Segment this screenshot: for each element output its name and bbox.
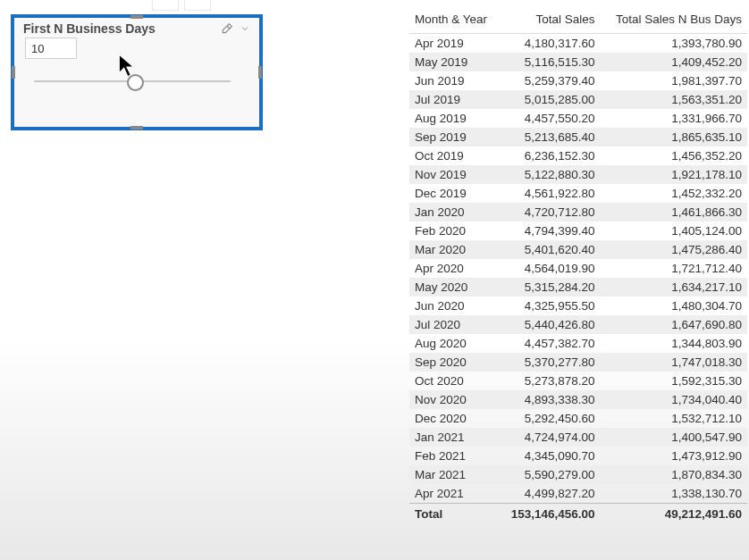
ghost-toolbar-1 [152,0,179,11]
cell-busdays: 1,338,130.70 [601,484,747,504]
slicer-header: First N Business Days [14,18,259,38]
resize-handle-bottom[interactable] [130,126,143,130]
cell-month: Feb 2020 [409,221,499,240]
table-row: Apr 20204,564,019.901,721,712.40 [409,259,747,278]
ghost-toolbar-2 [184,0,211,11]
col-total-sales[interactable]: Total Sales [499,9,601,34]
cell-month: Sep 2020 [409,353,499,372]
cell-busdays: 1,344,803.90 [601,334,747,353]
cell-sales: 5,292,450.60 [499,409,601,428]
table-row: Sep 20205,370,277.801,747,018.30 [409,353,747,372]
cell-month: Jun 2019 [409,71,499,90]
cell-month: Feb 2021 [409,447,499,465]
cell-busdays: 1,475,286.40 [601,240,747,259]
cell-month: Sep 2019 [409,128,499,146]
cell-month: May 2020 [409,278,499,297]
cell-busdays: 1,865,635.10 [601,128,747,146]
resize-handle-top[interactable] [130,15,143,19]
table-row: Aug 20204,457,382.701,344,803.90 [409,334,747,353]
slider-track[interactable] [34,80,231,82]
resize-handle-right[interactable] [258,66,262,79]
cell-month: Aug 2020 [409,334,499,353]
cell-sales: 5,315,284.20 [499,278,601,297]
cell-busdays: 1,747,018.30 [601,353,747,372]
col-bus-days[interactable]: Total Sales N Bus Days [601,9,747,34]
table-row: Sep 20195,213,685.401,865,635.10 [409,128,747,146]
cell-sales: 4,457,382.70 [499,334,601,353]
table-row: Oct 20205,273,878.201,592,315.30 [409,372,747,390]
table-row: May 20205,315,284.201,634,217.10 [409,278,747,297]
cell-busdays: 1,734,040.40 [601,390,747,409]
cell-month: Mar 2020 [409,240,499,259]
col-month[interactable]: Month & Year [409,9,499,34]
table-row: Mar 20205,401,620.401,475,286.40 [409,240,747,259]
cell-sales: 5,440,426.80 [499,315,601,334]
cell-busdays: 1,563,351.20 [601,90,747,109]
table-row: Oct 20196,236,152.301,456,352.20 [409,146,747,165]
cell-busdays: 1,921,178.10 [601,165,747,184]
slider[interactable] [25,80,248,82]
cell-month: May 2019 [409,53,499,71]
cell-month: Jul 2020 [409,315,499,334]
cell-sales: 4,180,317.60 [499,34,601,54]
cell-sales: 4,561,922.80 [499,184,601,203]
table-row: Jul 20195,015,285.001,563,351.20 [409,90,747,109]
table-row: May 20195,116,515.301,409,452.20 [409,53,747,71]
table-row: Feb 20214,345,090.701,473,912.90 [409,447,747,465]
cell-sales: 4,325,955.50 [499,297,601,315]
table-total-row: Total 153,146,456.00 49,212,491.60 [409,504,747,524]
chevron-down-icon[interactable] [238,21,252,36]
cell-busdays: 1,480,304.70 [601,297,747,315]
table-row: Aug 20194,457,550.201,331,966.70 [409,109,747,128]
cell-sales: 5,259,379.40 [499,71,601,90]
total-label: Total [409,504,499,524]
table-row: Apr 20214,499,827.201,338,130.70 [409,484,747,504]
cell-busdays: 1,456,352.20 [601,146,747,165]
cell-busdays: 1,981,397.70 [601,71,747,90]
cell-sales: 5,401,620.40 [499,240,601,259]
cell-busdays: 1,331,966.70 [601,109,747,128]
cell-sales: 4,499,827.20 [499,484,601,504]
table-row: Jan 20214,724,974.001,400,547.90 [409,428,747,447]
cell-sales: 6,236,152.30 [499,146,601,165]
cell-busdays: 1,634,217.10 [601,278,747,297]
table-row: Nov 20195,122,880.301,921,178.10 [409,165,747,184]
cell-month: Dec 2020 [409,409,499,428]
cell-busdays: 1,461,866.30 [601,203,747,221]
cell-month: Apr 2019 [409,34,499,54]
cell-busdays: 1,452,332.20 [601,184,747,203]
table-row: Nov 20204,893,338.301,734,040.40 [409,390,747,409]
cell-sales: 5,590,279.00 [499,465,601,484]
slicer-card[interactable]: First N Business Days [11,14,263,130]
cell-busdays: 1,400,547.90 [601,428,747,447]
cell-busdays: 1,405,124.00 [601,221,747,240]
resize-handle-left[interactable] [12,66,15,79]
cell-sales: 4,724,974.00 [499,428,601,447]
cell-month: Oct 2020 [409,372,499,390]
first-n-days-input[interactable] [25,38,77,59]
cell-sales: 5,122,880.30 [499,165,601,184]
cell-busdays: 1,721,712.40 [601,259,747,278]
cell-month: Oct 2019 [409,146,499,165]
cell-month: Apr 2021 [409,484,499,504]
cell-month: Jun 2020 [409,297,499,315]
table-header-row: Month & Year Total Sales Total Sales N B… [409,9,747,34]
table-row: Dec 20194,561,922.801,452,332.20 [409,184,747,203]
cell-month: Apr 2020 [409,259,499,278]
cell-sales: 4,345,090.70 [499,447,601,465]
total-bus: 49,212,491.60 [601,504,747,524]
cell-busdays: 1,409,452.20 [601,53,747,71]
table-row: Mar 20215,590,279.001,870,834.30 [409,465,747,484]
eraser-icon[interactable] [220,21,234,36]
table-row: Feb 20204,794,399.401,405,124.00 [409,221,747,240]
cell-sales: 4,893,338.30 [499,390,601,409]
cell-month: Dec 2019 [409,184,499,203]
cell-sales: 4,794,399.40 [499,221,601,240]
cell-sales: 5,116,515.30 [499,53,601,71]
sales-table: Month & Year Total Sales Total Sales N B… [409,9,747,523]
cell-busdays: 1,870,834.30 [601,465,747,484]
cell-sales: 5,370,277.80 [499,353,601,372]
slider-thumb[interactable] [127,74,144,91]
cell-sales: 4,720,712.80 [499,203,601,221]
cell-busdays: 1,473,912.90 [601,447,747,465]
